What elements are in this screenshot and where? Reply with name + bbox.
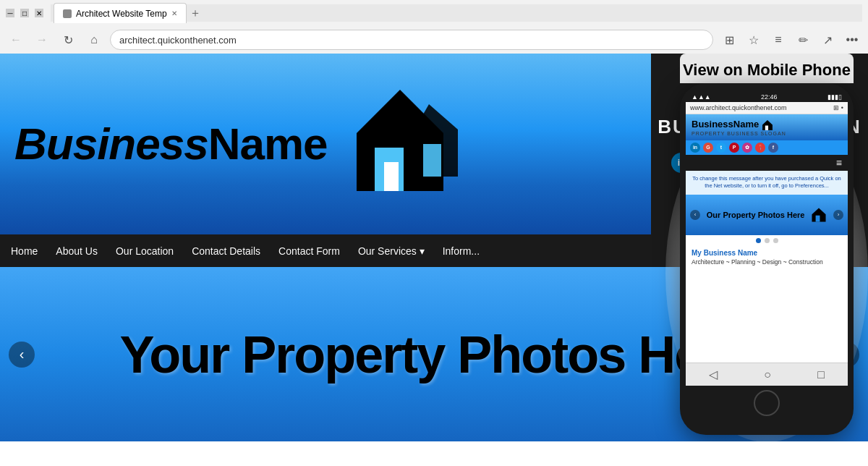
phone-brand: BusinessName [692, 119, 786, 131]
business-name-rest: Name [208, 119, 328, 169]
nav-location[interactable]: Our Location [116, 245, 174, 257]
minimize-button[interactable]: ─ [6, 9, 14, 17]
phone-recent-icon[interactable]: □ [817, 368, 825, 381]
phone-dot-3[interactable] [773, 238, 778, 243]
phone-nav-bar: ≡ [686, 155, 848, 171]
forward-button[interactable]: → [32, 30, 52, 50]
nav-about[interactable]: About Us [56, 245, 98, 257]
phone-home-nav-icon[interactable]: ○ [764, 368, 771, 381]
back-button[interactable]: ← [6, 30, 26, 50]
phone-time: 22:46 [761, 93, 778, 101]
refresh-button[interactable]: ↻ [58, 30, 78, 50]
phone-browser-icons: ⊞ • [833, 104, 843, 111]
maximize-button[interactable]: □ [20, 9, 29, 17]
more-button[interactable]: ••• [842, 30, 862, 50]
profile-button[interactable]: ✏ [793, 30, 813, 50]
phone-site-header: BusinessName PROPERTY BUSINESS SLOGAN [686, 114, 848, 140]
svg-rect-3 [423, 144, 441, 177]
property-banner-text: Your Property Photos Here [120, 325, 749, 384]
new-tab-button[interactable]: ＋ [190, 6, 201, 21]
svg-rect-11 [765, 125, 768, 130]
phone-bottom-nav: ◁ ○ □ [686, 363, 848, 386]
phone-business-name: My Business Name [686, 246, 848, 258]
phone-url: www.architect.quickonthenet.com [690, 104, 787, 111]
phone-battery-icon: ▮▮▮▯ [827, 93, 842, 101]
phone-hamburger-icon[interactable]: ≡ [836, 157, 842, 169]
address-bar: ← → ↻ ⌂ ⊞ ☆ ≡ ✏ ↗ ••• [0, 26, 868, 54]
phone-google-icon[interactable]: G [703, 143, 713, 153]
mobile-label: View on Mobile Phone [680, 54, 854, 83]
close-button[interactable]: ✕ [35, 9, 43, 17]
mobile-phone-overlay: View on Mobile Phone ▲▲▲ 22:46 ▮▮▮▯ www.… [680, 54, 854, 435]
phone-prev-arrow[interactable]: ‹ [690, 210, 700, 220]
svg-rect-13 [816, 215, 820, 221]
phone-brand-area: BusinessName PROPERTY BUSINESS SLOGAN [692, 119, 786, 136]
phone-info-message: To change this message after you have pu… [686, 171, 848, 195]
phone-location-icon[interactable]: 📍 [755, 143, 765, 153]
phone-frame: ▲▲▲ 22:46 ▮▮▮▯ www.architect.quickonthen… [680, 83, 854, 435]
phone-dot-2[interactable] [765, 238, 770, 243]
phone-property-banner: ‹ Our Property Photos Here › [686, 195, 848, 235]
phone-banner-house-icon [811, 207, 827, 223]
banner-prev-arrow[interactable]: ‹ [9, 342, 35, 368]
svg-rect-4 [384, 162, 399, 191]
bookmark-button[interactable]: ☆ [744, 30, 764, 50]
phone-facebook-icon[interactable]: f [768, 143, 778, 153]
phone-house-icon [762, 119, 773, 131]
phone-social-bar: in G t P ✿ 📍 f [686, 140, 848, 155]
house-icon-large [342, 82, 458, 206]
house-svg [342, 82, 458, 206]
tab-favicon-icon [63, 9, 72, 18]
phone-slogan: PROPERTY BUSINESS SLOGAN [692, 131, 786, 136]
phone-pinterest-icon[interactable]: P [729, 143, 739, 153]
home-button[interactable]: ⌂ [84, 30, 104, 50]
extensions-button[interactable]: ⊞ [719, 30, 739, 50]
nav-contact-details[interactable]: Contact Details [192, 245, 260, 257]
phone-back-icon[interactable]: ◁ [709, 368, 718, 381]
phone-status-bar: ▲▲▲ 22:46 ▮▮▮▯ [686, 92, 848, 102]
phone-tagline: Architecture ~ Planning ~ Design ~ Const… [686, 258, 848, 271]
nav-inform[interactable]: Inform... [443, 245, 480, 257]
phone-carousel-dots [686, 235, 848, 246]
phone-instagram-icon[interactable]: ✿ [742, 143, 752, 153]
url-input[interactable] [110, 30, 713, 50]
nav-contact-form[interactable]: Contact Form [278, 245, 340, 257]
tab-close-icon[interactable]: ✕ [171, 9, 177, 17]
phone-address-bar: www.architect.quickonthenet.com ⊞ • [686, 102, 848, 114]
phone-signal-icon: ▲▲▲ [692, 93, 711, 101]
phone-property-text: Our Property Photos Here [707, 211, 805, 219]
window-controls[interactable]: ─ □ ✕ [6, 9, 43, 17]
browser-tab[interactable]: Architect Website Temp ✕ [54, 3, 187, 23]
tab-title: Architect Website Temp [76, 9, 167, 19]
share-button[interactable]: ↗ [817, 30, 838, 50]
business-name-bold: Business [14, 119, 208, 169]
phone-twitter-icon[interactable]: t [716, 143, 726, 153]
browser-chrome: ─ □ ✕ Architect Website Temp ✕ ＋ ← → ↻ ⌂… [0, 0, 868, 54]
phone-screen: www.architect.quickonthenet.com ⊞ • Busi… [686, 102, 848, 363]
business-name: BusinessName [14, 122, 328, 166]
browser-toolbar: ⊞ ☆ ≡ ✏ ↗ ••• [719, 30, 862, 50]
website-content: BusinessName BUSINESS SLOGAN [0, 54, 868, 441]
phone-next-arrow[interactable]: › [833, 210, 843, 220]
settings-button[interactable]: ≡ [768, 30, 788, 50]
title-bar: ─ □ ✕ Architect Website Temp ✕ ＋ [0, 0, 868, 26]
phone-dot-1[interactable] [756, 238, 761, 243]
phone-container: ▲▲▲ 22:46 ▮▮▮▯ www.architect.quickonthen… [680, 83, 854, 435]
nav-services[interactable]: Our Services ▾ [358, 245, 425, 257]
phone-linkedin-icon[interactable]: in [690, 143, 700, 153]
phone-home-button[interactable] [754, 390, 780, 416]
nav-home[interactable]: Home [11, 245, 38, 257]
